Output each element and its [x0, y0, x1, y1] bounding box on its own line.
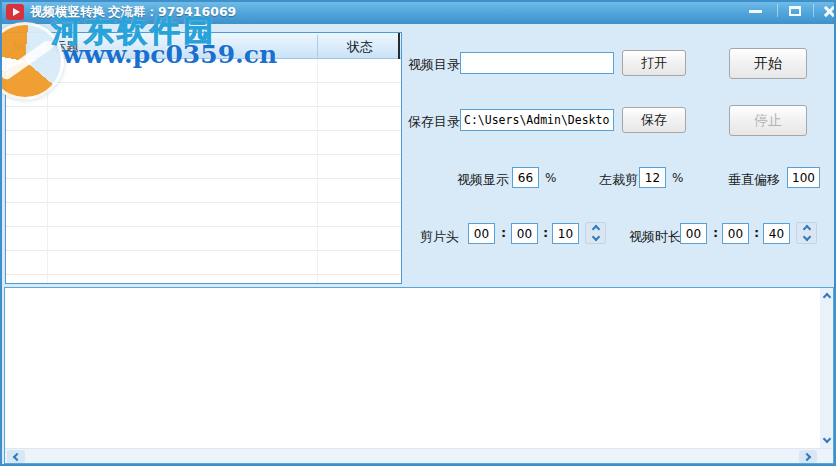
open-button[interactable]: 打开 — [622, 50, 686, 76]
chevron-down-icon — [822, 435, 830, 443]
trim-head-minutes-input[interactable] — [511, 223, 538, 244]
video-display-input[interactable] — [512, 167, 539, 188]
duration-seconds-input[interactable] — [763, 223, 790, 244]
column-header-no[interactable]: NO. — [13, 40, 33, 53]
vertical-scrollbar[interactable] — [820, 288, 833, 448]
duration-minutes-input[interactable] — [722, 223, 749, 244]
minimize-icon — [749, 10, 762, 13]
scroll-down-button[interactable] — [820, 432, 833, 448]
duration-spinner[interactable] — [796, 222, 817, 244]
save-dir-input[interactable] — [460, 109, 614, 131]
close-button[interactable] — [814, 0, 836, 22]
duration-hours-input[interactable] — [680, 223, 707, 244]
maximize-button[interactable] — [780, 0, 810, 22]
chevron-up-icon — [822, 293, 830, 301]
trim-head-label: 剪片头 — [420, 228, 459, 246]
start-button[interactable]: 开始 — [729, 48, 807, 79]
scroll-left-button[interactable] — [7, 450, 25, 463]
video-file-list: NO. 标题 状态 — [5, 32, 402, 284]
chevron-left-icon — [13, 452, 21, 460]
column-header-title[interactable]: 标题 — [53, 38, 79, 56]
scroll-up-button[interactable] — [820, 288, 833, 304]
log-panel[interactable] — [4, 287, 834, 464]
vertical-offset-input[interactable] — [787, 167, 820, 188]
trim-head-spinner[interactable] — [585, 222, 606, 244]
list-header: NO. 标题 状态 — [6, 33, 401, 59]
stop-button[interactable]: 停止 — [729, 105, 807, 136]
left-crop-unit: % — [672, 171, 683, 185]
spinner-down-icon[interactable] — [802, 232, 810, 240]
close-icon — [823, 5, 836, 18]
save-dir-label: 保存目录 — [408, 113, 460, 131]
left-crop-label: 左裁剪 — [599, 171, 638, 189]
video-display-unit: % — [545, 171, 556, 185]
list-body[interactable] — [6, 59, 401, 283]
column-header-status[interactable]: 状态 — [318, 38, 402, 56]
trim-head-seconds-input[interactable] — [552, 223, 579, 244]
left-crop-input[interactable] — [639, 167, 666, 188]
play-icon — [13, 8, 20, 16]
time-colon: : — [754, 225, 759, 240]
column-separator[interactable] — [47, 35, 48, 57]
video-dir-label: 视频目录 — [408, 56, 460, 74]
column-gridline — [47, 59, 48, 283]
time-colon: : — [543, 225, 548, 240]
trim-head-hours-input[interactable] — [468, 223, 495, 244]
titlebar[interactable]: 视频横竖转换 交流群：979416069 — [0, 0, 836, 24]
header-resize-indicator — [398, 33, 400, 59]
scroll-right-button[interactable] — [799, 450, 817, 463]
time-colon: : — [501, 225, 506, 240]
video-dir-input[interactable] — [460, 52, 614, 74]
time-colon: : — [713, 225, 718, 240]
minimize-button[interactable] — [740, 0, 770, 22]
column-gridline — [317, 59, 318, 283]
save-button[interactable]: 保存 — [622, 107, 686, 133]
window-group-label: 交流群：979416069 — [108, 4, 236, 21]
window-title: 视频横竖转换 — [30, 4, 105, 21]
video-display-label: 视频显示 — [457, 171, 509, 189]
maximize-icon — [789, 6, 801, 16]
duration-label: 视频时长 — [629, 228, 681, 246]
chevron-right-icon — [803, 452, 811, 460]
spinner-down-icon[interactable] — [591, 232, 599, 240]
titlebar-separator — [777, 4, 778, 17]
app-window: 视频横竖转换 交流群：979416069 NO. 标题 状态 视频目录 打开 — [0, 0, 836, 466]
app-icon — [6, 4, 24, 20]
vertical-offset-label: 垂直偏移 — [728, 171, 780, 189]
horizontal-scrollbar[interactable] — [5, 448, 833, 463]
